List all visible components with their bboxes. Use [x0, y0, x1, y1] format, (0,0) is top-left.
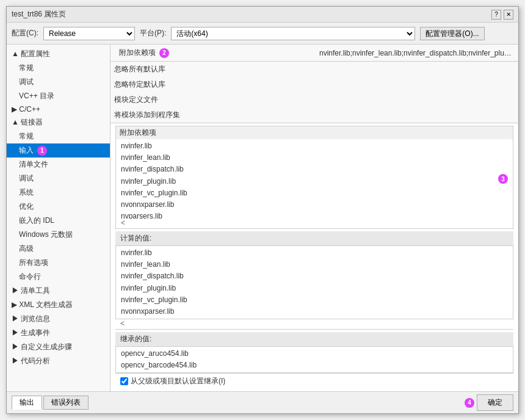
- sidebar-item-linker-winmeta[interactable]: Windows 元数据: [7, 228, 110, 242]
- window-title: test_trt86 属性页: [12, 9, 66, 20]
- calc-item-5: nvinfer_vc_plugin.lib: [121, 294, 508, 306]
- help-button[interactable]: ?: [491, 10, 501, 20]
- editable-item-1: nvinfer.lib: [121, 140, 508, 152]
- sidebar-item-linker[interactable]: ▲ 链接器: [7, 115, 110, 129]
- inherited-header: 继承的值:: [115, 332, 513, 347]
- top-row: 附加依赖项 2 nvinfer.lib;nvinfer_lean.lib;nvi…: [110, 45, 518, 62]
- tab-output[interactable]: 输出: [12, 396, 42, 410]
- sidebar-item-linker-general[interactable]: 常规: [7, 129, 110, 143]
- calc-section: 计算的值: nvinfer.lib nvinfer_lean.lib nvinf…: [115, 231, 513, 330]
- sidebar-item-custom-build[interactable]: ▶ 自定义生成步骤: [7, 340, 110, 354]
- bottom-bar: 输出 错误列表 4 确定: [7, 391, 518, 413]
- sidebar-item-cpp[interactable]: ▶ C/C++: [7, 103, 110, 115]
- sidebar-item-linker-all[interactable]: 所有选项: [7, 256, 110, 270]
- calc-item-2: nvinfer_lean.lib: [121, 259, 508, 270]
- title-bar: test_trt86 属性页 ? ✕: [7, 7, 518, 23]
- sidebar-item-build-events[interactable]: ▶ 生成事件: [7, 326, 110, 340]
- scroll-hint-1: <: [116, 219, 513, 228]
- inherit-checkbox[interactable]: [120, 377, 128, 385]
- sidebar-item-linker-input[interactable]: 输入 1: [7, 143, 110, 158]
- main-content: ▲ 配置属性 常规 调试 VC++ 目录 ▶ C/C++ ▲ 链接器 常规 输入…: [7, 45, 518, 391]
- inherited-item-1: opencv_aruco454.lib: [121, 348, 508, 360]
- inherited-section: 继承的值: opencv_aruco454.lib opencv_barcode…: [115, 332, 513, 373]
- config-manager-button[interactable]: 配置管理器(O)...: [420, 27, 484, 40]
- calc-item-6: nvonnxparser.lib: [121, 306, 508, 317]
- sidebar-item-linker-manifest[interactable]: 清单文件: [7, 158, 110, 172]
- inherited-list: opencv_aruco454.lib opencv_barcode454.li…: [115, 347, 513, 373]
- top-row-items: 附加依赖项 2: [110, 45, 314, 60]
- sidebar-item-xml-gen[interactable]: ▶ XML 文档生成器: [7, 298, 110, 312]
- top-row-value: nvinfer.lib;nvinfer_lean.lib;nvinfer_dis…: [314, 46, 518, 60]
- calc-header: 计算的值:: [115, 231, 513, 246]
- sidebar-item-debug[interactable]: 调试: [7, 75, 110, 89]
- editable-item-5: nvinfer_vc_plugin.lib: [121, 187, 508, 199]
- config-select[interactable]: Release: [43, 27, 135, 40]
- prop-add-module[interactable]: 将模块添加到程序集: [110, 107, 518, 123]
- platform-select[interactable]: 活动(x64): [171, 27, 415, 40]
- property-rows: 忽略所有默认库 忽略特定默认库 模块定义文件 将模块添加到程序集: [110, 62, 518, 123]
- sidebar-item-code-analysis[interactable]: ▶ 代码分析: [7, 354, 110, 368]
- sidebar-item-config-props[interactable]: ▲ 配置属性: [7, 47, 110, 61]
- sidebar-item-linker-cmdline[interactable]: 命令行: [7, 270, 110, 284]
- ok-button[interactable]: 确定: [477, 394, 513, 411]
- editable-section: 3 nvinfer.lib nvinfer_lean.lib nvinfer_d…: [115, 139, 513, 229]
- editable-item-2: nvinfer_lean.lib: [121, 152, 508, 164]
- badge-1: 1: [37, 146, 47, 156]
- sidebar-item-general[interactable]: 常规: [7, 61, 110, 75]
- right-panel: 附加依赖项 2 nvinfer.lib;nvinfer_lean.lib;nvi…: [110, 45, 518, 391]
- calc-list: nvinfer.lib nvinfer_lean.lib nvinfer_dis…: [115, 246, 513, 319]
- sidebar: ▲ 配置属性 常规 调试 VC++ 目录 ▶ C/C++ ▲ 链接器 常规 输入…: [7, 45, 110, 391]
- sidebar-item-linker-debug[interactable]: 调试: [7, 172, 110, 186]
- bottom-tabs: 输出 错误列表: [12, 396, 89, 410]
- editable-item-6: nvonnxparser.lib: [121, 199, 508, 211]
- badge-4: 4: [465, 398, 474, 408]
- sidebar-item-vcpp[interactable]: VC++ 目录: [7, 89, 110, 103]
- ok-section: 4 确定: [462, 394, 513, 411]
- add-deps-label: 附加依赖项: [115, 126, 513, 139]
- calc-item-1: nvinfer.lib: [121, 247, 508, 259]
- editable-item-4: nvinfer_plugin.lib: [121, 176, 508, 187]
- scroll-hint-2: <: [115, 319, 513, 329]
- sidebar-item-browse-info[interactable]: ▶ 浏览信息: [7, 312, 110, 326]
- badge-2: 2: [159, 48, 169, 58]
- tab-error-list[interactable]: 错误列表: [43, 396, 89, 410]
- sidebar-item-linker-idl[interactable]: 嵌入的 IDL: [7, 214, 110, 228]
- prop-ignore-specific[interactable]: 忽略特定默认库: [110, 77, 518, 92]
- platform-label: 平台(P):: [140, 28, 166, 38]
- sidebar-item-linker-system[interactable]: 系统: [7, 186, 110, 200]
- editable-item-7: nvparsers.lib: [121, 211, 508, 219]
- inherited-item-2: opencv_barcode454.lib: [121, 360, 508, 371]
- calc-item-4: nvinfer_plugin.lib: [121, 283, 508, 294]
- config-label: 配置(C):: [12, 28, 38, 38]
- prop-module-def[interactable]: 模块定义文件: [110, 92, 518, 107]
- editable-item-3: nvinfer_dispatch.lib: [121, 164, 508, 175]
- editable-list[interactable]: 3 nvinfer.lib nvinfer_lean.lib nvinfer_d…: [116, 139, 513, 219]
- inherit-label: 从父级或项目默认设置继承(I): [131, 376, 225, 386]
- window-controls: ? ✕: [491, 10, 513, 20]
- top-item-add-deps[interactable]: 附加依赖项 2: [115, 45, 173, 60]
- badge-3: 3: [498, 174, 508, 184]
- toolbar: 配置(C): Release 平台(P): 活动(x64) 配置管理器(O)..…: [7, 23, 518, 45]
- main-window: test_trt86 属性页 ? ✕ 配置(C): Release 平台(P):…: [6, 6, 519, 414]
- sidebar-item-linker-advanced[interactable]: 高级: [7, 242, 110, 256]
- prop-ignore-all[interactable]: 忽略所有默认库: [110, 62, 518, 77]
- close-button[interactable]: ✕: [504, 10, 513, 20]
- calc-item-3: nvinfer_dispatch.lib: [121, 270, 508, 282]
- sidebar-item-linker-opt[interactable]: 优化: [7, 200, 110, 214]
- sidebar-item-manifest-tool[interactable]: ▶ 清单工具: [7, 284, 110, 298]
- checkbox-row: 从父级或项目默认设置继承(I): [115, 373, 513, 389]
